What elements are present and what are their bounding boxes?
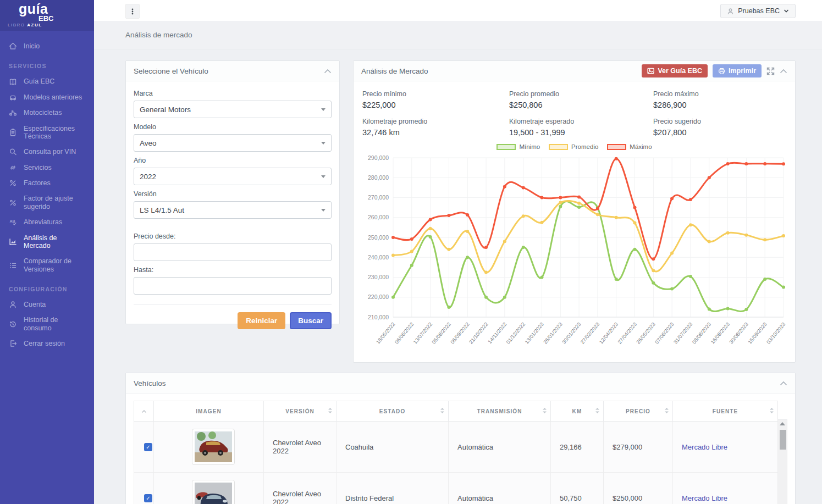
col-header-fuente[interactable]: FUENTE (673, 401, 778, 422)
legend-label: Mínimo (519, 143, 540, 150)
legend-item-minimo[interactable]: Mínimo (496, 143, 540, 150)
stat-kilometraje-promedio: Kilometraje promedio32,746 km (362, 118, 509, 137)
row-checkbox[interactable]: ✓ (144, 443, 152, 451)
legend-label: Promedio (571, 143, 598, 150)
select-version[interactable]: LS L4/1.5 Aut (134, 201, 332, 219)
history-icon (9, 320, 18, 328)
sidebar-item-factor-de-ajuste-sugerido[interactable]: Factor de ajuste sugerido (0, 191, 94, 214)
input-precio-desde[interactable] (134, 243, 332, 261)
col-header-select[interactable] (134, 401, 154, 422)
col-header-transmision[interactable]: TRANSMISIÓN (449, 401, 551, 422)
col-header-label: PRECIO (626, 408, 650, 414)
col-header-precio[interactable]: PRECIO (604, 401, 673, 422)
market-collapse-chevron-up-icon[interactable] (780, 69, 787, 74)
stat-label: Precio máximo (653, 90, 786, 98)
chevron-down-icon (784, 9, 789, 13)
cell-transmision: Automática (449, 422, 551, 473)
search-icon (9, 148, 18, 156)
vehicles-panel: Vehículos IMAGENVERSIÓNESTADOTRANSMISIÓN… (125, 373, 796, 504)
sidebar-item-label: Cerrar sesión (24, 340, 65, 347)
nav-heading-configuracion: CONFIGURACIÓN (0, 277, 94, 297)
sidebar-item-label: Historial de consumo (24, 316, 85, 332)
select-marca[interactable]: General Motors (134, 101, 332, 118)
vehicles-collapse-chevron-up-icon[interactable] (780, 381, 787, 386)
cell-km: 50,750 (551, 473, 604, 504)
sidebar-item-label: Comparador de Versiones (24, 257, 85, 273)
svg-text:21/10/2022: 21/10/2022 (468, 321, 489, 345)
vehicle-photo[interactable] (192, 480, 235, 504)
vehicle-form-panel: Seleccione el Vehículo MarcaGeneral Moto… (125, 60, 340, 324)
row-checkbox[interactable]: ✓ (144, 494, 152, 502)
sort-icon[interactable] (664, 408, 669, 415)
search-button[interactable]: Buscar (290, 312, 332, 329)
view-guide-button[interactable]: Ver Guía EBC (642, 64, 708, 77)
sort-icon[interactable] (440, 408, 445, 415)
sidebar-item-inicio[interactable]: Inicio (0, 38, 94, 54)
collapse-chevron-up-icon[interactable] (324, 69, 332, 74)
user-menu-button[interactable]: Pruebas EBC (720, 4, 796, 18)
sidebar-item-motocicletas[interactable]: Motocicletas (0, 105, 94, 120)
stat-value: 32,746 km (362, 128, 509, 137)
print-button[interactable]: Imprimir (713, 64, 762, 77)
sort-icon[interactable] (542, 408, 547, 415)
sidebar-item-consulta-por-vin[interactable]: Consulta por VIN (0, 144, 94, 159)
link-icon (9, 164, 18, 171)
sidebar-item-label: Análisis de Mercado (24, 234, 85, 250)
reset-button[interactable]: Reiniciar (238, 312, 285, 329)
fuente-link[interactable]: Mercado Libre (682, 494, 727, 502)
sidebar-item-comparador-de-versiones[interactable]: Comparador de Versiones (0, 253, 94, 277)
scroll-up-icon[interactable] (780, 422, 785, 425)
sidebar-item-label: Servicios (24, 164, 52, 171)
sort-icon[interactable] (595, 408, 600, 415)
col-header-estado[interactable]: ESTADO (336, 401, 449, 422)
market-analysis-header: Análisis de Mercado Ver Guía EBC Imprimi… (354, 61, 795, 81)
svg-text:270,000: 270,000 (368, 194, 389, 201)
sidebar-item-especificaciones-tecnicas[interactable]: Especificaciones Técnicas (0, 121, 94, 145)
fuente-link[interactable]: Mercado Libre (682, 443, 727, 451)
market-chart-svg: 210,000220,000230,000240,000250,000260,0… (361, 152, 787, 346)
sidebar-item-cuenta[interactable]: Cuenta (0, 297, 94, 312)
cell-precio: $250,000 (604, 473, 673, 504)
chart-icon (9, 238, 18, 246)
kebab-menu-button[interactable] (125, 4, 140, 19)
col-header-km[interactable]: KM (551, 401, 604, 422)
stat-value: $225,000 (362, 101, 509, 109)
scrollbar-thumb[interactable] (780, 430, 786, 450)
sidebar-item-guia-ebc[interactable]: Guía EBC (0, 74, 94, 89)
sidebar-item-label: Factor de ajuste sugerido (24, 195, 85, 211)
input-hasta[interactable] (134, 277, 332, 295)
abbreviation-icon: AB (9, 218, 18, 226)
stat-precio-promedio: Precio promedio$250,806 (509, 90, 653, 109)
printer-icon (718, 68, 725, 75)
col-header-label: TRANSMISIÓN (477, 408, 522, 414)
legend-item-promedio[interactable]: Promedio (549, 143, 598, 150)
svg-text:210,000: 210,000 (368, 314, 389, 320)
select-modelo[interactable]: Aveo (134, 134, 332, 152)
stat-label: Precio promedio (509, 90, 653, 98)
vehicle-photo[interactable] (192, 429, 235, 465)
sidebar-item-historial-de-consumo[interactable]: Historial de consumo (0, 312, 94, 336)
sidebar-item-servicios[interactable]: Servicios (0, 160, 94, 175)
vehicles-table-wrap: IMAGENVERSIÓNESTADOTRANSMISIÓNKMPRECIOFU… (126, 394, 795, 504)
sidebar-item-label: Especificaciones Técnicas (24, 125, 85, 141)
breadcrumb: Análisis de mercado (125, 31, 192, 39)
svg-text:250,000: 250,000 (368, 234, 389, 241)
col-header-version[interactable]: VERSIÓN (264, 401, 336, 422)
stat-label: Kilometraje promedio (362, 118, 509, 125)
sort-icon[interactable] (769, 408, 774, 415)
select-ano[interactable]: 2022 (134, 168, 332, 185)
sidebar-item-cerrar-sesion[interactable]: Cerrar sesión (0, 336, 94, 351)
table-scrollbar[interactable] (778, 419, 787, 504)
expand-icon[interactable] (766, 67, 775, 75)
sidebar-item-factores[interactable]: Factores (0, 175, 94, 191)
legend-item-maximo[interactable]: Máximo (607, 143, 652, 150)
caret-up-icon[interactable] (141, 408, 147, 414)
sidebar-item-modelos-anteriores[interactable]: Modelos anteriores (0, 90, 94, 105)
field-label-ano: Año (134, 157, 332, 164)
sidebar-item-analisis-de-mercado[interactable]: Análisis de Mercado (0, 230, 94, 254)
stat-label: Precio sugerido (653, 118, 786, 125)
sort-icon[interactable] (328, 408, 333, 415)
svg-text:AB: AB (10, 219, 15, 223)
stat-value: $250,806 (509, 101, 653, 109)
sidebar-item-abreviaturas[interactable]: ABAbreviaturas (0, 214, 94, 230)
